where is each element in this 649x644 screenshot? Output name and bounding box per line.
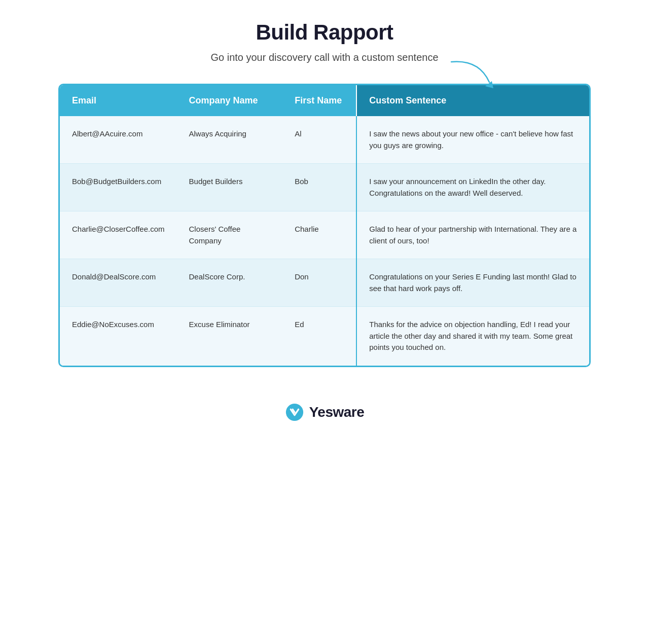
brand-name: Yesware [309,404,365,420]
yesware-icon [285,403,304,422]
table-header-row: Email Company Name First Name Custom Sen… [60,85,589,116]
cell-company: Excuse Eliminator [177,307,283,366]
header-firstname: First Name [282,85,356,116]
cell-email: Donald@DealScore.com [60,259,177,307]
cell-email: Bob@BudgetBuilders.com [60,164,177,211]
subtitle: Go into your discovery call with a custo… [210,52,438,63]
yesware-logo: Yesware [285,403,365,422]
cell-company: Budget Builders [177,164,283,211]
subtitle-row: Go into your discovery call with a custo… [210,52,438,63]
table-row: Albert@AAcuire.comAlways AcquiringAlI sa… [60,116,589,164]
cell-firstname: Ed [282,307,356,366]
header-company: Company Name [177,85,283,116]
cell-email: Albert@AAcuire.com [60,116,177,164]
cell-company: Closers' Coffee Company [177,211,283,259]
footer: Yesware [285,403,365,422]
cell-firstname: Don [282,259,356,307]
cell-email: Eddie@NoExcuses.com [60,307,177,366]
cell-sentence: Glad to hear of your partnership with In… [356,211,589,259]
cell-sentence: Thanks for the advice on objection handl… [356,307,589,366]
table-row: Donald@DealScore.comDealScore Corp.DonCo… [60,259,589,307]
header-email: Email [60,85,177,116]
cell-sentence: I saw your announcement on LinkedIn the … [356,164,589,211]
cell-firstname: Bob [282,164,356,211]
page-title: Build Rapport [256,20,393,45]
cell-email: Charlie@CloserCoffee.com [60,211,177,259]
arrow-icon [449,57,499,92]
cell-firstname: Al [282,116,356,164]
cell-company: DealScore Corp. [177,259,283,307]
cell-firstname: Charlie [282,211,356,259]
table-row: Charlie@CloserCoffee.comClosers' Coffee … [60,211,589,259]
data-table-wrapper: Email Company Name First Name Custom Sen… [58,84,591,367]
data-table: Email Company Name First Name Custom Sen… [60,85,589,366]
cell-sentence: I saw the news about your new office - c… [356,116,589,164]
cell-sentence: Congratulations on your Series E Funding… [356,259,589,307]
cell-company: Always Acquiring [177,116,283,164]
table-row: Bob@BudgetBuilders.comBudget BuildersBob… [60,164,589,211]
table-row: Eddie@NoExcuses.comExcuse EliminatorEdTh… [60,307,589,366]
